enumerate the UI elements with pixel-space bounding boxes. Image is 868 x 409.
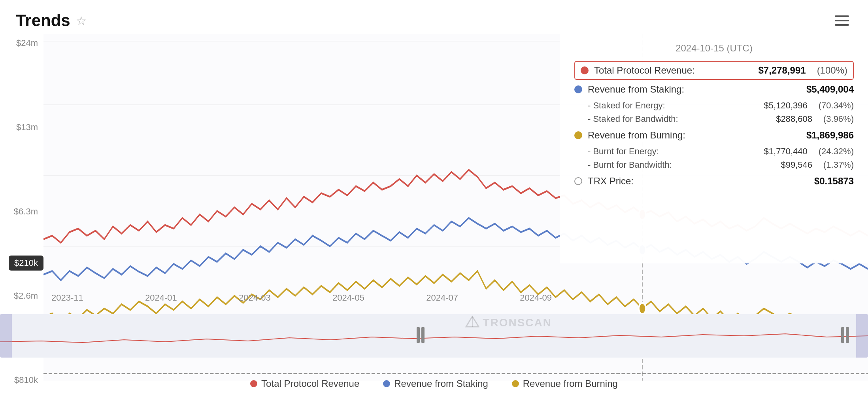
staked-bandwidth-value: $288,608 — [776, 114, 812, 124]
burnt-energy-label: - Burnt for Energy: — [588, 146, 759, 157]
y-label-13m: $13m — [0, 122, 43, 133]
title-area: Trends ☆ — [16, 11, 87, 30]
trx-price-label: TRX Price: — [588, 176, 809, 187]
legend: Total Protocol Revenue Revenue from Stak… — [0, 372, 868, 393]
y-label-24m: $24m — [0, 38, 43, 48]
total-revenue-pct: (100%) — [817, 65, 847, 76]
staking-label: Revenue from Staking: — [588, 84, 801, 95]
end-bar-2 — [846, 327, 849, 343]
trx-price-value: $0.15873 — [814, 176, 854, 187]
burning-dot — [574, 131, 582, 139]
menu-line-1 — [835, 15, 849, 17]
main-container: Trends ☆ 2024-10-15 (UTC) Total Protocol… — [0, 0, 868, 409]
x-label-2024-03: 2024-03 — [239, 293, 271, 303]
trx-price-row: TRX Price: $0.15873 — [574, 176, 854, 187]
staked-bandwidth-pct: (3.96%) — [823, 114, 854, 124]
legend-item-total: Total Protocol Revenue — [250, 378, 359, 389]
total-revenue-value: $7,278,991 — [759, 65, 806, 76]
staked-energy-label: - Staked for Energy: — [588, 100, 759, 111]
watermark-text: TRONSCAN — [483, 316, 552, 329]
end-bar-1 — [841, 327, 844, 343]
burning-label: Revenue from Burning: — [588, 130, 801, 141]
menu-line-3 — [835, 24, 849, 26]
chart-wrapper: 2024-10-15 (UTC) Total Protocol Revenue:… — [0, 34, 868, 409]
tooltip-date: 2024-10-15 (UTC) — [574, 43, 854, 54]
menu-button[interactable] — [832, 12, 852, 29]
range-handle-left[interactable] — [0, 314, 12, 358]
staking-value: $5,409,004 — [806, 84, 854, 95]
legend-item-staking: Revenue from Staking — [383, 378, 488, 389]
staked-energy-pct: (70.34%) — [819, 100, 854, 111]
legend-item-burning: Revenue from Burning — [512, 378, 618, 389]
burnt-energy-pct: (24.32%) — [819, 146, 854, 157]
page-title: Trends — [16, 11, 70, 30]
legend-label-staking: Revenue from Staking — [394, 378, 488, 389]
burnt-bandwidth-label: - Burnt for Bandwidth: — [588, 160, 775, 170]
staked-energy-value: $5,120,396 — [764, 100, 808, 111]
burnt-energy-value: $1,770,440 — [764, 146, 808, 157]
pause-bar-1 — [417, 327, 420, 343]
burnt-energy-row: - Burnt for Energy: $1,770,440 (24.32%) — [588, 146, 854, 157]
x-label-2023-11: 2023-11 — [51, 293, 83, 303]
total-revenue-dot — [581, 66, 589, 74]
y-label-2m: $2.6m — [0, 291, 43, 301]
burnt-bandwidth-value: $99,546 — [781, 160, 812, 170]
x-axis: 2023-11 2024-01 2024-03 2024-05 2024-07 … — [43, 293, 560, 303]
staking-revenue-row: Revenue from Staking: $5,409,004 — [574, 84, 854, 95]
tooltip-panel: 2024-10-15 (UTC) Total Protocol Revenue:… — [560, 34, 868, 263]
range-pause-icon[interactable] — [417, 327, 426, 343]
menu-line-2 — [835, 20, 849, 21]
total-revenue-label: Total Protocol Revenue: — [594, 65, 753, 76]
range-selector[interactable] — [0, 314, 868, 358]
svg-point-10 — [639, 303, 646, 314]
legend-dot-red — [250, 380, 257, 387]
legend-label-burning: Revenue from Burning — [523, 378, 618, 389]
legend-label-total: Total Protocol Revenue — [261, 378, 359, 389]
staked-bandwidth-row: - Staked for Bandwidth: $288,608 (3.96%) — [588, 114, 854, 124]
value-badge: $210k — [9, 256, 43, 271]
staking-dot — [574, 85, 582, 93]
range-end-icon[interactable] — [841, 327, 851, 343]
burnt-bandwidth-row: - Burnt for Bandwidth: $99,546 (1.37%) — [588, 160, 854, 170]
x-label-2024-09: 2024-09 — [520, 293, 552, 303]
burning-revenue-row: Revenue from Burning: $1,869,986 — [574, 130, 854, 141]
x-label-2024-05: 2024-05 — [332, 293, 364, 303]
pause-bar-2 — [421, 327, 425, 343]
burnt-bandwidth-pct: (1.37%) — [823, 160, 854, 170]
legend-dot-yellow — [512, 380, 519, 387]
legend-dot-blue — [383, 380, 390, 387]
x-label-2024-07: 2024-07 — [426, 293, 458, 303]
header: Trends ☆ — [0, 0, 868, 34]
x-label-2024-01: 2024-01 — [145, 293, 177, 303]
trx-price-dot — [574, 177, 582, 185]
y-label-6m: $6.3m — [0, 206, 43, 217]
staked-energy-row: - Staked for Energy: $5,120,396 (70.34%) — [588, 100, 854, 111]
staked-bandwidth-label: - Staked for Bandwidth: — [588, 114, 770, 124]
range-chart-svg — [0, 314, 868, 358]
tronscan-logo-icon — [465, 316, 479, 330]
total-revenue-row: Total Protocol Revenue: $7,278,991 (100%… — [574, 61, 854, 80]
range-handle-right[interactable] — [856, 314, 868, 358]
burning-value: $1,869,986 — [806, 130, 854, 141]
watermark: TRONSCAN — [465, 316, 552, 330]
star-icon[interactable]: ☆ — [76, 14, 87, 28]
